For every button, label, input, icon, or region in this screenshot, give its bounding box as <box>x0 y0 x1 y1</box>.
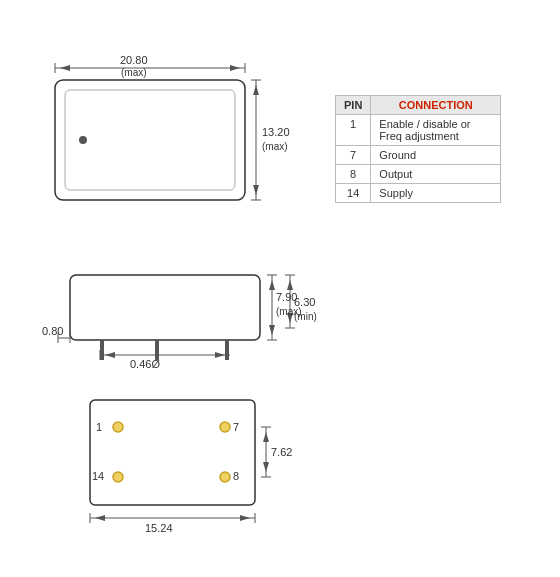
pin-number-cell: 7 <box>336 146 371 165</box>
pin-1-label: 1 <box>96 421 102 433</box>
svg-rect-16 <box>225 340 229 360</box>
connection-cell: Ground <box>371 146 501 165</box>
svg-marker-43 <box>240 515 250 521</box>
svg-point-37 <box>113 472 123 482</box>
table-row: 14Supply <box>336 184 501 203</box>
main-container: 20.80 (max) 13.20 (max) 7.90 (max) 6.30 … <box>0 0 560 577</box>
table-row: 7Ground <box>336 146 501 165</box>
pin-col-header: PIN <box>336 96 371 115</box>
bottom-width-label: 15.24 <box>145 522 173 534</box>
svg-marker-12 <box>253 185 259 195</box>
side-pin-label: 0.46Ø <box>130 358 160 370</box>
svg-rect-0 <box>55 80 245 200</box>
svg-marker-32 <box>105 352 115 358</box>
svg-marker-25 <box>287 280 293 290</box>
svg-rect-13 <box>70 275 260 340</box>
pin-connection-table: PIN CONNECTION 1Enable / disable or Freq… <box>335 95 501 203</box>
table-row: 1Enable / disable or Freq adjustment <box>336 115 501 146</box>
top-width-label: 20.80 (max) <box>120 54 148 78</box>
svg-marker-47 <box>263 432 269 442</box>
bottom-height-label: 7.62 <box>271 446 292 458</box>
svg-rect-14 <box>100 340 104 360</box>
connection-col-header: CONNECTION <box>371 96 501 115</box>
pin-number-cell: 1 <box>336 115 371 146</box>
svg-rect-1 <box>65 90 235 190</box>
svg-point-38 <box>220 472 230 482</box>
svg-rect-15 <box>155 340 159 360</box>
svg-point-2 <box>79 136 87 144</box>
pin-14-label: 14 <box>92 470 104 482</box>
svg-marker-42 <box>95 515 105 521</box>
side-height-min-label: 6.30 (min) <box>294 295 317 324</box>
connection-cell: Output <box>371 165 501 184</box>
svg-marker-20 <box>269 280 275 290</box>
drawing-svg <box>0 0 560 577</box>
svg-rect-34 <box>90 400 255 505</box>
svg-marker-21 <box>269 325 275 335</box>
svg-marker-33 <box>215 352 225 358</box>
connection-cell: Supply <box>371 184 501 203</box>
svg-marker-48 <box>263 462 269 472</box>
svg-marker-11 <box>253 85 259 95</box>
pin-number-cell: 8 <box>336 165 371 184</box>
svg-marker-6 <box>60 65 70 71</box>
pin-7-label: 7 <box>233 421 239 433</box>
pin-8-label: 8 <box>233 470 239 482</box>
side-left-label: 0.80 <box>42 325 63 337</box>
svg-point-35 <box>113 422 123 432</box>
top-height-label: 13.20 (max) <box>262 125 290 154</box>
table-row: 8Output <box>336 165 501 184</box>
pin-number-cell: 14 <box>336 184 371 203</box>
svg-point-36 <box>220 422 230 432</box>
connection-cell: Enable / disable or Freq adjustment <box>371 115 501 146</box>
svg-marker-7 <box>230 65 240 71</box>
